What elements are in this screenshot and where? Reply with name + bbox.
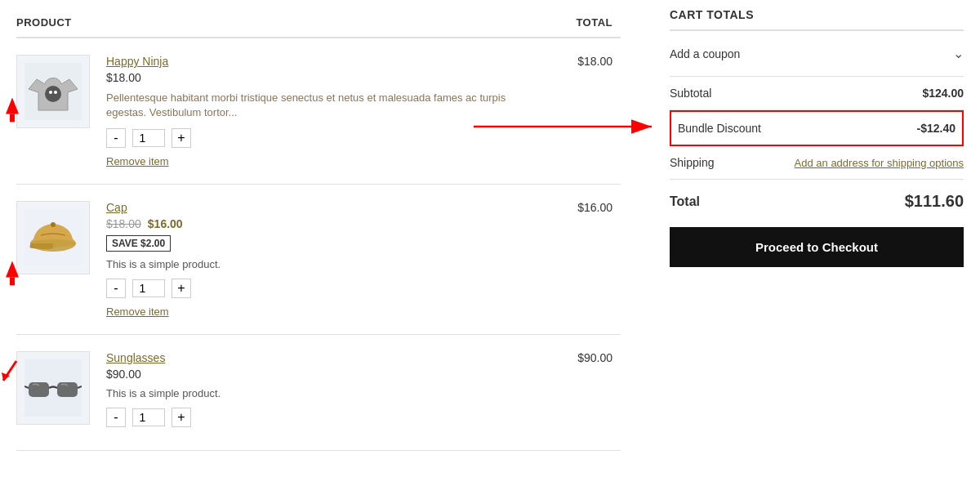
cart-row: Sunglasses $90.00 This is a simple produ… <box>16 335 621 451</box>
quantity-increase-button[interactable]: + <box>172 128 191 148</box>
happy-ninja-shirt-image <box>24 63 82 120</box>
svg-marker-0 <box>6 98 19 114</box>
quantity-decrease-button[interactable]: - <box>106 408 126 427</box>
product-details: Cap $18.00 $16.00 SAVE $2.00 This is a s… <box>106 201 539 318</box>
coupon-label: Add a coupon <box>670 47 740 60</box>
svg-marker-6 <box>6 261 19 278</box>
arrow-up-icon <box>4 98 20 123</box>
product-price: $18.00 <box>106 71 539 84</box>
sale-price: $16.00 <box>148 217 183 230</box>
quantity-input[interactable] <box>132 279 165 297</box>
svg-point-4 <box>49 91 52 94</box>
cap-image <box>24 209 82 266</box>
svg-rect-1 <box>10 114 15 123</box>
remove-item-link[interactable]: Remove item <box>106 305 169 318</box>
svg-rect-16 <box>57 382 78 397</box>
original-price: $18.00 <box>106 217 141 230</box>
svg-point-11 <box>51 222 56 227</box>
checkout-button[interactable]: Proceed to Checkout <box>670 227 964 267</box>
product-price: $90.00 <box>106 368 539 381</box>
subtotal-value: $124.00 <box>922 87 964 100</box>
product-description: Pellentesque habitant morbi tristique se… <box>106 91 539 120</box>
quantity-input[interactable] <box>132 129 165 147</box>
grand-total-label: Total <box>670 194 700 209</box>
bundle-discount-label: Bundle Discount <box>678 122 761 135</box>
svg-point-3 <box>45 86 61 102</box>
quantity-decrease-button[interactable]: - <box>106 279 126 298</box>
total-column-header: TOTAL <box>576 16 612 29</box>
quantity-control: - + <box>106 128 539 148</box>
quantity-decrease-button[interactable]: - <box>106 128 126 148</box>
product-details: Happy Ninja $18.00 Pellentesque habitant… <box>106 55 539 167</box>
bundle-discount-row: Bundle Discount -$12.40 <box>670 110 964 146</box>
subtotal-label: Subtotal <box>670 87 711 100</box>
product-name-link[interactable]: Sunglasses <box>106 351 539 364</box>
svg-rect-15 <box>29 382 49 397</box>
shipping-label: Shipping <box>670 156 715 169</box>
chevron-down-icon: ⌄ <box>953 46 964 61</box>
quantity-input[interactable] <box>132 408 165 426</box>
product-total-price: $18.00 <box>539 55 621 68</box>
quantity-control: - + <box>106 408 539 427</box>
product-name-link[interactable]: Cap <box>106 201 539 214</box>
product-column-header: PRODUCT <box>16 16 72 29</box>
quantity-increase-button[interactable]: + <box>172 279 191 298</box>
subtotal-row: Subtotal $124.00 <box>670 77 964 110</box>
product-description: This is a simple product. <box>106 387 539 399</box>
cart-row: Happy Ninja $18.00 Pellentesque habitant… <box>16 38 621 185</box>
remove-item-link[interactable]: Remove item <box>106 155 169 167</box>
product-image <box>16 351 90 425</box>
cart-totals-sidebar: CART TOTALS Add a coupon ⌄ Subtotal $124… <box>653 8 964 451</box>
cart-row: Cap $18.00 $16.00 SAVE $2.00 This is a s… <box>16 185 621 335</box>
product-total-price: $16.00 <box>539 201 621 214</box>
grand-total-value: $111.60 <box>905 192 964 211</box>
sidebar-title: CART TOTALS <box>670 8 964 31</box>
product-name-link[interactable]: Happy Ninja <box>106 55 539 68</box>
shipping-row: Shipping Add an address for shipping opt… <box>670 146 964 180</box>
product-image <box>16 201 90 274</box>
product-description: This is a simple product. <box>106 258 539 270</box>
product-image <box>16 55 90 128</box>
sunglasses-image <box>24 359 82 417</box>
grand-total-row: Total $111.60 <box>670 180 964 223</box>
product-details: Sunglasses $90.00 This is a simple produ… <box>106 351 539 434</box>
arrow-up-icon <box>4 261 20 286</box>
arrow-diagonal-icon <box>0 359 20 384</box>
product-total-price: $90.00 <box>539 351 621 364</box>
svg-point-5 <box>54 91 57 94</box>
quantity-increase-button[interactable]: + <box>172 408 191 427</box>
save-badge: SAVE $2.00 <box>106 235 171 252</box>
bundle-discount-value: -$12.40 <box>917 122 956 135</box>
shipping-address-link[interactable]: Add an address for shipping options <box>795 157 964 169</box>
quantity-control: - + <box>106 279 539 298</box>
coupon-row[interactable]: Add a coupon ⌄ <box>670 31 964 77</box>
svg-rect-7 <box>10 278 15 286</box>
